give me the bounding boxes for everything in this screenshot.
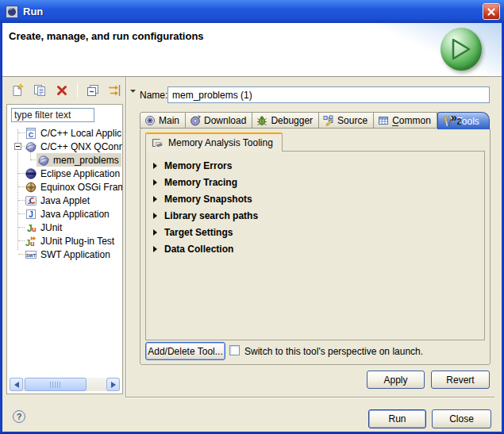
- java-applet-icon: J: [25, 194, 37, 207]
- banner-gradient: [375, 23, 502, 77]
- header-banner: Create, manage, and run configurations: [2, 23, 502, 77]
- expand-triangle-icon: [153, 179, 157, 186]
- add-delete-tool-button[interactable]: Add/Delete Tool...: [145, 342, 225, 360]
- junit-plugin-icon: Ju: [25, 235, 37, 248]
- banner-title: Create, manage, and run configurations: [9, 30, 204, 42]
- main-tab-icon: [144, 115, 156, 126]
- window-frame-left: [0, 23, 2, 434]
- debugger-tab-icon: [256, 115, 267, 126]
- name-label: Name:: [140, 90, 167, 101]
- section-memory-errors[interactable]: Memory Errors: [146, 157, 484, 174]
- tree-item-equinox-osgi[interactable]: Equinox OSGi Fram: [7, 180, 122, 194]
- configurations-panel: CC/C++ Local Applic C/C++ QNX QConn mem_…: [6, 104, 123, 394]
- collapse-expander-icon[interactable]: [14, 143, 21, 150]
- tab-overflow-chevron[interactable]: »2: [451, 111, 461, 126]
- scroll-left-button[interactable]: [10, 378, 23, 391]
- editor-tabs: Main Download Debugger Source Common Too…: [140, 111, 490, 129]
- svg-text:u: u: [32, 225, 37, 233]
- perspective-checkbox-label: Switch to this tool's perspective on lau…: [244, 342, 423, 360]
- tab-debugger[interactable]: Debugger: [252, 112, 319, 129]
- tree-item-eclipse-application[interactable]: Eclipse Application: [7, 167, 122, 180]
- toolbar-separator: [77, 83, 78, 98]
- close-dialog-button[interactable]: Close: [432, 409, 491, 428]
- expand-triangle-icon: [153, 246, 157, 252]
- scroll-right-icon: [111, 382, 116, 388]
- common-tab-icon: [378, 115, 389, 126]
- scrollbar-thumb[interactable]: [25, 378, 87, 391]
- configurations-tree: CC/C++ Local Applic C/C++ QNX QConn mem_…: [7, 126, 122, 376]
- filter-configurations-button[interactable]: [106, 82, 125, 99]
- qnx-sphere-icon: [37, 154, 50, 167]
- tree-item-swt-application[interactable]: SWTSWT Application: [7, 248, 122, 261]
- close-icon: [486, 6, 497, 17]
- expand-triangle-icon: [153, 213, 157, 219]
- section-memory-snapshots[interactable]: Memory Snapshots: [146, 190, 484, 207]
- tree-item-cpp-local[interactable]: CC/C++ Local Applic: [7, 126, 122, 140]
- run-sphere-graphic: [441, 28, 482, 71]
- delete-configuration-button[interactable]: [52, 82, 71, 99]
- tab-common[interactable]: Common: [374, 112, 437, 129]
- section-library-search-paths[interactable]: Library search paths: [146, 207, 484, 224]
- run-configurations-dialog: Run Create, manage, and run configuratio…: [0, 0, 504, 434]
- section-target-settings[interactable]: Target Settings: [146, 224, 484, 240]
- tree-item-cpp-qnx-qconn[interactable]: C/C++ QNX QConn: [7, 140, 122, 153]
- svg-text:SWT: SWT: [26, 252, 37, 257]
- java-application-icon: J: [25, 208, 37, 221]
- tab-memory-analysis-tooling[interactable]: Memory Analysis Tooling: [145, 133, 283, 152]
- swt-icon: SWT: [25, 248, 37, 261]
- close-button[interactable]: [483, 3, 500, 20]
- junit-icon: Ju: [25, 221, 37, 234]
- perspective-checkbox[interactable]: [229, 345, 240, 355]
- apply-button[interactable]: Apply: [367, 371, 425, 389]
- filter-icon: [107, 83, 123, 98]
- svg-text:J: J: [28, 198, 31, 205]
- filter-input[interactable]: [11, 108, 94, 122]
- source-tab-icon: [323, 115, 334, 126]
- tree-item-java-applet[interactable]: JJava Applet: [7, 194, 122, 207]
- play-icon: [451, 37, 471, 61]
- qnx-sphere-icon: [25, 140, 37, 153]
- name-input[interactable]: [167, 86, 490, 103]
- scroll-right-button[interactable]: [106, 378, 120, 391]
- window-title: Run: [23, 6, 43, 17]
- expand-triangle-icon: [153, 196, 157, 202]
- titlebar[interactable]: Run: [0, 0, 504, 23]
- window-icon: [6, 6, 18, 18]
- help-icon: ?: [17, 412, 22, 421]
- tab-source[interactable]: Source: [319, 112, 374, 129]
- memory-analysis-sections: Memory Errors Memory Tracing Memory Snap…: [145, 151, 485, 340]
- svg-text:u: u: [30, 240, 35, 248]
- delete-icon: [55, 83, 69, 98]
- help-button[interactable]: ?: [13, 410, 25, 423]
- collapse-all-icon: [86, 83, 100, 98]
- section-data-collection[interactable]: Data Collection: [146, 240, 484, 257]
- revert-button[interactable]: Revert: [431, 371, 490, 389]
- tab-tools[interactable]: Tools: [437, 112, 490, 129]
- download-tab-icon: [190, 115, 201, 126]
- footer-separator: [125, 397, 494, 398]
- svg-text:C: C: [29, 130, 34, 138]
- tab-download[interactable]: Download: [186, 112, 252, 129]
- duplicate-icon: [33, 83, 47, 98]
- horizontal-scrollbar[interactable]: [10, 378, 120, 391]
- tools-tab-content: Memory Analysis Tooling Memory Errors Me…: [140, 128, 491, 365]
- expand-triangle-icon: [153, 163, 157, 169]
- collapse-all-button[interactable]: [83, 82, 102, 99]
- tree-item-java-application[interactable]: JJava Application: [7, 207, 122, 221]
- tree-item-mem-problems[interactable]: mem_problems: [7, 153, 122, 167]
- expand-triangle-icon: [153, 229, 157, 236]
- new-configuration-icon: [10, 83, 25, 98]
- section-memory-tracing[interactable]: Memory Tracing: [146, 174, 484, 190]
- tab-main[interactable]: Main: [140, 112, 186, 129]
- new-configuration-button[interactable]: [8, 82, 27, 99]
- run-button[interactable]: Run: [368, 409, 426, 428]
- configurations-toolbar: [8, 81, 137, 100]
- tree-item-junit-plugin-test[interactable]: JuJUnit Plug-in Test: [7, 234, 122, 248]
- c-cpp-local-icon: C: [25, 127, 37, 140]
- duplicate-configuration-button[interactable]: [30, 82, 49, 99]
- panel-divider: [125, 77, 126, 397]
- memory-analysis-tab-icon: [151, 136, 164, 149]
- filter-dropdown-button[interactable]: [128, 82, 137, 99]
- scroll-left-icon: [14, 382, 19, 388]
- tree-item-junit[interactable]: JuJUnit: [7, 221, 122, 234]
